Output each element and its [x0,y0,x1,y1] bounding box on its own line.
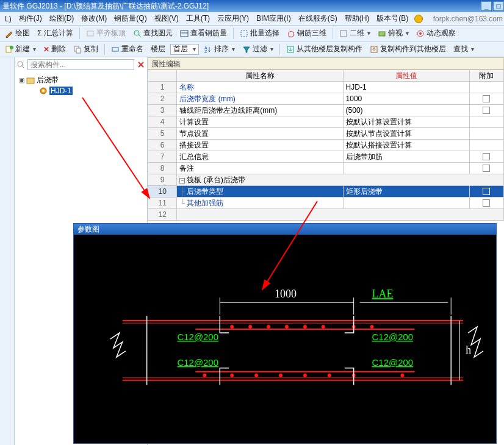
menu-version[interactable]: 版本号(B) [373,12,412,25]
svg-rect-7 [241,30,247,37]
collapse-icon[interactable]: − [179,178,185,183]
svg-point-43 [230,374,234,377]
table-icon [180,29,189,38]
table-row-selected[interactable]: 10├后浇带类型矩形后浇带 [148,186,504,198]
component-tree[interactable]: ▣ 后浇带 HJD-1 [15,72,147,98]
menu-online[interactable]: 在线服务(S) [295,12,341,25]
find-element-button[interactable]: 查找图元 [131,27,175,39]
window-title: 量软件 GGJ2013 - [D:\预结算及抽筋\广联达抽筋\测试-2.GGJ1… [2,0,480,12]
dim-1000: 1000 [275,288,297,300]
menu-help[interactable]: 帮助(H) [341,12,373,25]
orbit-button[interactable]: 动态观察 [414,27,458,39]
rebar-tl: C12@200 [178,332,219,342]
menu-component[interactable]: 构件(J) [15,12,46,25]
label-h: h [466,344,471,356]
checkbox[interactable] [483,107,490,114]
svg-point-21 [18,62,23,66]
table-row: 4计算设置按默认计算设置计算 [148,116,504,128]
sum-button[interactable]: Σ 汇总计算 [35,27,76,39]
checkbox[interactable] [483,199,490,207]
menu-rebar[interactable]: 钢筋量(Q) [110,12,150,25]
filter-button[interactable]: 过滤▾ [240,43,276,55]
pencil-icon [5,29,13,38]
copy-from-floor-button[interactable]: 从其他楼层复制构件 [284,43,365,55]
folder-icon [26,76,35,85]
svg-point-27 [42,90,45,92]
menu-view[interactable]: 视图(V) [151,12,182,25]
svg-point-36 [267,325,270,329]
rename-icon [111,45,120,54]
top-view-button[interactable]: 俯视▾ [375,27,411,39]
minimize-button[interactable]: _ [481,1,492,11]
rebar-tr: C12@200 [372,332,414,342]
svg-rect-8 [340,30,347,37]
checkbox[interactable] [483,153,490,160]
svg-text:Z: Z [204,49,207,54]
checkbox[interactable] [483,165,490,172]
copy-button[interactable]: 复制 [71,43,101,55]
floor-combo[interactable]: 首层▾ [170,44,199,55]
svg-line-4 [139,35,141,37]
svg-point-45 [279,374,283,377]
delete-button[interactable]: ✕删除 [41,43,68,55]
menu-tools[interactable]: 工具(T) [182,12,214,25]
menu-modify[interactable]: 修改(M) [77,12,110,25]
param-panel-title: 参数图 [74,224,496,235]
draw-button[interactable]: 绘图 [2,27,32,39]
checkbox[interactable] [483,95,490,102]
gear-icon [39,87,48,95]
search-input[interactable] [27,59,134,70]
search-icon [16,60,25,69]
svg-rect-9 [379,32,385,36]
svg-rect-5 [181,30,188,37]
search-icon [133,29,142,38]
tree-item-hjd1[interactable]: HJD-1 [18,86,143,96]
svg-point-49 [400,374,404,377]
svg-rect-16 [112,48,118,51]
svg-point-47 [328,374,331,377]
select-icon [240,29,248,38]
align-top-button[interactable]: 平齐板顶 [84,27,128,39]
grid2d-icon [339,29,348,38]
rebar-3d-button[interactable]: 钢筋三维 [284,27,329,39]
clear-search-icon[interactable] [137,60,145,69]
toolbar-secondary: 新建▾ ✕删除 复制 重命名 楼层 首层▾ AZ排序▾ 过滤▾ 从其他楼层复制构… [0,41,504,57]
table-row: 5节点设置按默认节点设置计算 [148,128,504,140]
maximize-button[interactable]: □ [493,1,504,11]
property-grid[interactable]: 属性名称 属性值 附加 1名称HJD-1 2后浇带宽度 (mm)1000 3轴线… [148,69,504,221]
rebar-br: C12@200 [372,357,414,368]
table-row: 11└其他加强筋 [148,198,504,209]
svg-point-42 [203,374,206,377]
orbit-icon [416,29,425,38]
svg-point-38 [303,325,307,329]
checkbox[interactable] [483,188,490,195]
svg-point-46 [303,374,307,377]
svg-point-35 [248,325,252,329]
menu-cloud[interactable]: 云应用(Y) [214,12,253,25]
floor-button[interactable]: 楼层 [148,43,168,55]
toolbar-primary: 绘图 Σ 汇总计算 平齐板顶 查找图元 查看钢筋量 批量选择 钢筋三维 二维▾ … [0,26,504,41]
menu-draw[interactable]: 绘图(D) [46,12,78,25]
menu-bim[interactable]: BIM应用(I) [253,12,295,25]
copy-to-floor-button[interactable]: 复制构件到其他楼层 [367,43,448,55]
menu-l[interactable]: L) [1,13,15,24]
svg-line-22 [22,66,24,68]
view-2d-button[interactable]: 二维▾ [337,27,373,39]
grid-header: 属性名称 属性值 附加 [148,70,504,82]
svg-point-44 [254,374,258,377]
batch-select-button[interactable]: 批量选择 [237,27,282,39]
view-rebar-button[interactable]: 查看钢筋量 [178,27,229,39]
sort-icon: AZ [204,45,212,54]
svg-rect-25 [27,78,34,84]
param-canvas[interactable]: 1000 LAE h C12@200 C12@200 C12@200 C12@2… [74,235,496,445]
table-row-group: 9−筏板 (承台)后浇带 [148,174,504,186]
tree-root[interactable]: ▣ 后浇带 [18,74,143,86]
funnel-icon [242,45,251,54]
titlebar: 量软件 GGJ2013 - [D:\预结算及抽筋\广联达抽筋\测试-2.GGJ1… [0,0,504,12]
find-button[interactable]: 查找▾ [451,43,477,55]
new-button[interactable]: 新建▾ [2,43,38,55]
svg-point-3 [134,30,139,35]
table-row: 12 [148,209,504,221]
sort-button[interactable]: AZ排序▾ [201,43,237,55]
rename-button[interactable]: 重命名 [109,43,146,55]
